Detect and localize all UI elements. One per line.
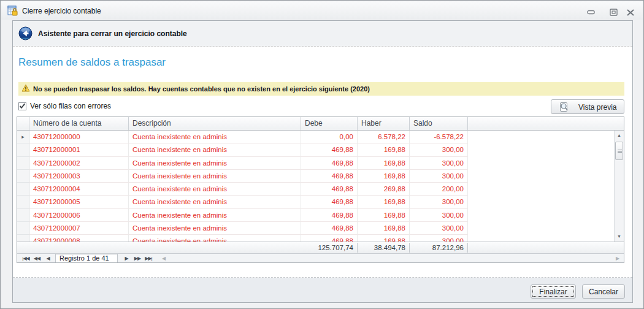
nav-prev-page-icon[interactable]: ◀◀ — [32, 254, 42, 262]
cell-debit[interactable]: 469,88 — [301, 170, 358, 183]
cell-filler — [468, 131, 624, 143]
cell-debit[interactable]: 469,88 — [301, 235, 358, 242]
cell-account[interactable]: 430712000000 — [29, 131, 129, 143]
cell-description[interactable]: Cuenta inexistente en adminis — [129, 131, 301, 143]
filter-checkbox[interactable] — [18, 102, 26, 110]
cell-account[interactable]: 430712000006 — [29, 209, 129, 222]
cell-account[interactable]: 430712000001 — [29, 143, 129, 156]
cell-debit[interactable]: 469,88 — [301, 209, 358, 222]
cell-balance[interactable]: 300,00 — [410, 143, 468, 156]
app-icon — [7, 6, 18, 18]
check-icon — [19, 103, 26, 109]
title-bar[interactable]: Cierre ejercicio contable — [1, 1, 643, 20]
header-account[interactable]: Número de la cuenta — [29, 117, 129, 130]
cell-description[interactable]: Cuenta inexistente en adminis — [129, 222, 301, 235]
cell-balance[interactable]: 200,00 — [410, 183, 468, 196]
preview-button[interactable]: Vista previa — [551, 99, 624, 114]
cell-credit[interactable]: 169,88 — [358, 157, 410, 170]
table-row[interactable]: 430712000006 Cuenta inexistente en admin… — [17, 209, 624, 222]
cell-description[interactable]: Cuenta inexistente en adminis — [129, 157, 301, 170]
cell-credit[interactable]: 169,88 — [358, 235, 410, 242]
cell-account[interactable]: 430712000004 — [29, 183, 129, 196]
cell-balance[interactable]: 300,00 — [410, 222, 468, 235]
cell-description[interactable]: Cuenta inexistente en adminis — [129, 143, 301, 156]
cell-credit[interactable]: 269,88 — [358, 183, 410, 196]
cell-description[interactable]: Cuenta inexistente en adminis — [129, 183, 301, 196]
record-position-label: Registro 1 de 41 — [55, 254, 118, 262]
cell-account[interactable]: 430712000003 — [29, 170, 129, 183]
cell-credit[interactable]: 169,88 — [358, 209, 410, 222]
back-button[interactable] — [18, 26, 33, 40]
scrollbar-thumb[interactable] — [615, 142, 623, 160]
preview-button-label: Vista previa — [578, 103, 616, 112]
table-row[interactable]: 430712000002 Cuenta inexistente en admin… — [17, 157, 624, 170]
hscroll-right-icon[interactable]: ▶ — [613, 254, 622, 262]
minimize-button[interactable] — [583, 7, 600, 18]
nav-next-icon[interactable]: ▶ — [121, 254, 131, 262]
cell-account[interactable]: 430712000005 — [29, 196, 129, 208]
close-icon[interactable] — [622, 7, 639, 18]
cell-balance[interactable]: -6.578,22 — [410, 131, 468, 143]
cell-filler — [468, 209, 624, 222]
cell-balance[interactable]: 300,00 — [410, 235, 468, 242]
vertical-scrollbar[interactable]: ▲ ▼ — [614, 131, 624, 242]
cell-balance[interactable]: 300,00 — [410, 209, 468, 222]
nav-next-page-icon[interactable]: ▶▶ — [132, 254, 142, 262]
row-marker — [17, 222, 29, 235]
page-title: Resumen de saldos a traspasar — [18, 56, 166, 69]
cell-account[interactable]: 430712000002 — [29, 157, 129, 170]
cell-credit[interactable]: 169,88 — [358, 170, 410, 183]
cell-description[interactable]: Cuenta inexistente en adminis — [129, 196, 301, 208]
header-balance[interactable]: Saldo — [410, 117, 468, 130]
nav-prev-icon[interactable]: ◀ — [43, 254, 53, 262]
filter-checkbox-label[interactable]: Ver sólo filas con errores — [30, 102, 111, 110]
cell-debit[interactable]: 469,88 — [301, 157, 358, 170]
cell-balance[interactable]: 300,00 — [410, 157, 468, 170]
hscroll-left-icon[interactable]: ◀ — [159, 254, 168, 262]
row-marker — [17, 183, 29, 196]
cell-debit[interactable]: 469,88 — [301, 196, 358, 208]
print-preview-icon — [559, 102, 570, 115]
row-marker — [17, 209, 29, 222]
cell-balance[interactable]: 300,00 — [410, 196, 468, 208]
cell-credit[interactable]: 169,88 — [358, 222, 410, 235]
cell-account[interactable]: 430712000007 — [29, 222, 129, 235]
cell-credit[interactable]: 169,88 — [358, 196, 410, 208]
cell-account[interactable]: 430712000008 — [29, 235, 129, 242]
cell-description[interactable]: Cuenta inexistente en adminis — [129, 209, 301, 222]
cancel-button[interactable]: Cancelar — [582, 284, 625, 299]
header-credit[interactable]: Haber — [358, 117, 410, 130]
cell-debit[interactable]: 469,88 — [301, 183, 358, 196]
filter-row: Ver sólo filas con errores — [18, 101, 111, 111]
scroll-up-icon[interactable]: ▲ — [615, 131, 624, 140]
cell-debit[interactable]: 0,00 — [301, 131, 358, 143]
table-row[interactable]: 430712000008 Cuenta inexistente en admin… — [17, 235, 624, 242]
cell-description[interactable]: Cuenta inexistente en adminis — [129, 170, 301, 183]
warning-text: No se pueden traspasar los saldos. Hay c… — [33, 85, 370, 93]
cell-debit[interactable]: 469,88 — [301, 222, 358, 235]
header-description[interactable]: Descripción — [129, 117, 301, 130]
table-row[interactable]: 430712000004 Cuenta inexistente en admin… — [17, 183, 624, 196]
maximize-button[interactable] — [605, 7, 622, 18]
header-marker-column — [17, 117, 29, 130]
cell-description[interactable]: Cuenta inexistente en adminis — [129, 235, 301, 242]
table-row[interactable]: 430712000005 Cuenta inexistente en admin… — [17, 196, 624, 208]
wizard-title: Asistente para cerrar un ejercicio conta… — [38, 29, 187, 38]
table-row[interactable]: 430712000003 Cuenta inexistente en admin… — [17, 170, 624, 183]
table-row[interactable]: 430712000001 Cuenta inexistente en admin… — [17, 143, 624, 156]
table-row[interactable]: 430712000007 Cuenta inexistente en admin… — [17, 222, 624, 235]
row-marker — [17, 196, 29, 208]
scroll-down-icon[interactable]: ▼ — [615, 232, 624, 242]
wizard-header: Asistente para cerrar un ejercicio conta… — [13, 21, 632, 47]
header-debit[interactable]: Debe — [301, 117, 358, 130]
nav-first-icon[interactable]: |◀◀ — [21, 254, 31, 262]
window-title: Cierre ejercicio contable — [22, 7, 101, 15]
finish-button[interactable]: Finalizar — [531, 284, 576, 299]
header-filler — [468, 117, 624, 130]
nav-last-icon[interactable]: ▶▶| — [144, 254, 153, 262]
cell-balance[interactable]: 300,00 — [410, 170, 468, 183]
table-row[interactable]: ▸ 430712000000 Cuenta inexistente en adm… — [17, 131, 624, 143]
cell-credit[interactable]: 169,88 — [358, 143, 410, 156]
cell-credit[interactable]: 6.578,22 — [358, 131, 410, 143]
cell-debit[interactable]: 469,88 — [301, 143, 358, 156]
